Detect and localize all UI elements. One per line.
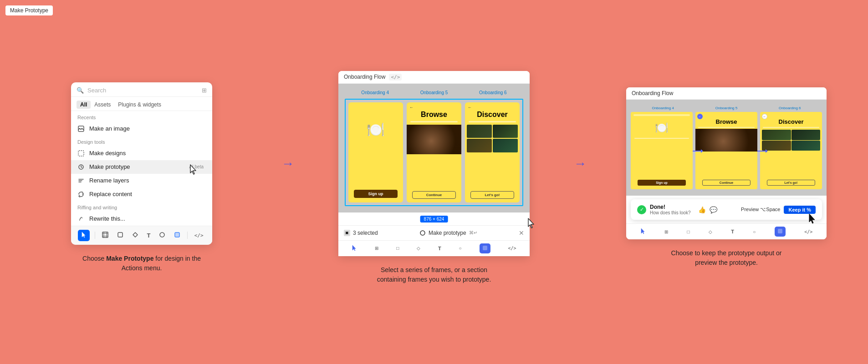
make-designs-label: Make designs <box>89 150 126 157</box>
close-btn[interactable]: ✕ <box>519 229 524 237</box>
pen-tool[interactable] <box>130 230 140 241</box>
make-image-label: Make an image <box>89 125 130 132</box>
expand-icon[interactable]: ⊞ <box>202 87 207 94</box>
thumbsup-icon[interactable]: 👍 <box>698 206 706 213</box>
item-rewrite[interactable]: Rewrite this... <box>71 212 212 226</box>
result-frame5-label: Onboarding 5 <box>696 106 756 110</box>
frame5-label: Onboarding 5 <box>406 90 461 95</box>
frame-tool[interactable] <box>100 230 110 241</box>
highlight-tool-2[interactable] <box>480 243 490 253</box>
frame4-label: Onboarding 4 <box>347 90 403 95</box>
frame6-label: Onboarding 6 <box>465 90 521 95</box>
ellipse-tool[interactable] <box>157 230 167 241</box>
svg-rect-10 <box>778 229 782 233</box>
mini-signup-button[interactable]: Sign up <box>638 180 686 186</box>
frame-tool-2[interactable]: ⊞ <box>375 246 378 251</box>
search-row: 🔍 Search ⊞ <box>71 82 212 97</box>
code-icon[interactable]: </> <box>389 74 402 81</box>
result-pen-tool[interactable]: ◇ <box>709 229 712 234</box>
arrow-2: → <box>567 157 594 171</box>
actions-toolbar: T </> <box>71 226 212 245</box>
frame-onboarding5: ← Browse Continue <box>407 102 461 202</box>
result-code-tool[interactable]: </> <box>804 229 812 234</box>
mini-back-btn: ← <box>697 114 703 119</box>
proto-action-icon <box>419 230 426 236</box>
result-canvas: Onboarding 4 Onboarding 5 Onboarding 6 🍽… <box>626 100 827 196</box>
code-tool[interactable]: </> <box>193 231 205 240</box>
code-tool-2[interactable]: </> <box>508 246 516 251</box>
result-cursor-tool[interactable] <box>640 228 646 235</box>
svg-rect-3 <box>102 232 108 238</box>
result-ellipse-tool[interactable]: ○ <box>753 229 756 234</box>
cursor-tool[interactable] <box>78 230 90 241</box>
item-make-designs[interactable]: Make designs <box>71 147 212 160</box>
bottom-action-bar: ▣ 3 selected Make prototype ⌘↵ ✕ <box>338 225 530 240</box>
tab-all[interactable]: All <box>77 101 91 109</box>
arrow-1: → <box>274 157 301 171</box>
done-check-icon: ✓ <box>637 205 646 214</box>
result-toolbar: ⊞ □ ◇ T ○ </> <box>626 223 827 239</box>
mini-continue-button[interactable]: Continue <box>702 180 751 186</box>
selection-icon: ▣ <box>344 230 350 236</box>
item-make-prototype[interactable]: Make prototype AI beta <box>71 160 212 174</box>
item-rename-layers[interactable]: Rename layers <box>71 174 212 187</box>
result-shape-tool[interactable]: □ <box>687 229 689 234</box>
shape-tool-2[interactable]: □ <box>396 246 399 251</box>
item-replace-content[interactable]: Replace content <box>71 187 212 201</box>
continue-button[interactable]: Continue <box>412 191 456 199</box>
signup-button[interactable]: Sign up <box>354 190 398 198</box>
figma-panel: Onboarding Flow </> Onboarding 4 Onboard… <box>338 71 530 256</box>
result-frame6-label: Onboarding 6 <box>760 106 820 110</box>
ellipse-tool-2[interactable]: ○ <box>459 246 462 251</box>
column-1: 🔍 Search ⊞ All Assets Plugins & widgets … <box>9 82 274 273</box>
search-input[interactable]: Search <box>87 87 198 94</box>
size-badge: 876 × 624 <box>420 216 448 222</box>
result-frame-tool[interactable]: ⊞ <box>664 229 668 234</box>
column-3: Onboarding Flow Onboarding 4 Onboarding … <box>594 87 859 268</box>
cursor-tool-2[interactable] <box>352 245 357 252</box>
mini-frame-4-wrap: 🍽️ Sign up <box>631 112 693 189</box>
comment-icon[interactable]: 💬 <box>710 206 717 213</box>
rename-layers-label: Rename layers <box>89 177 129 184</box>
pen-tool-2[interactable]: ◇ <box>417 246 420 251</box>
svg-rect-6 <box>175 233 179 237</box>
ai-badge: AI beta <box>187 164 206 170</box>
rename-icon <box>77 177 85 184</box>
result-panel: Onboarding Flow Onboarding 4 Onboarding … <box>626 87 827 239</box>
make-prototype-label: Make prototype <box>89 163 130 170</box>
svg-rect-1 <box>78 151 84 156</box>
text-tool[interactable]: T <box>145 230 152 241</box>
section-riffing: Riffing and writing <box>71 201 212 212</box>
mini-frame-5: ← Browse Continue <box>695 112 757 189</box>
figma-canvas: Onboarding 4 Onboarding 5 Onboarding 6 🍽… <box>338 84 530 212</box>
replace-content-label: Replace content <box>89 191 132 197</box>
preview-button[interactable]: Preview ⌥Space <box>741 207 780 212</box>
mini-letsgo-button[interactable]: Let's go! <box>767 180 815 186</box>
tab-assets[interactable]: Assets <box>91 101 114 109</box>
figma-tab-label: Onboarding Flow <box>344 74 385 80</box>
tab-plugins[interactable]: Plugins & widgets <box>114 101 165 109</box>
selection-info: ▣ 3 selected <box>344 230 378 236</box>
done-text: Done! How does this look? <box>650 204 691 215</box>
svg-point-5 <box>160 233 164 237</box>
done-notification: ✓ Done! How does this look? 👍 💬 Preview … <box>631 199 822 220</box>
frame-onboarding4: 🍽️ Sign up <box>348 102 403 202</box>
result-highlight-tool[interactable] <box>775 227 786 237</box>
item-make-image[interactable]: Make an image <box>71 122 212 136</box>
result-tab-label: Onboarding Flow <box>632 90 673 96</box>
letsgo-button[interactable]: Let's go! <box>470 191 514 199</box>
actions-panel: 🔍 Search ⊞ All Assets Plugins & widgets … <box>71 82 212 245</box>
highlight-tool[interactable] <box>172 230 182 241</box>
shape-tool[interactable] <box>115 230 125 241</box>
keep-button[interactable]: Keep it % <box>784 206 816 214</box>
rewrite-icon <box>77 215 85 222</box>
frame-onboarding6: ← Discover Let's go! <box>465 102 520 202</box>
rewrite-label: Rewrite this... <box>89 215 125 222</box>
make-prototype-action[interactable]: Make prototype ⌘↵ <box>419 230 477 236</box>
make-prototype-btn-label: Make prototype <box>429 230 466 236</box>
column-2: Onboarding Flow </> Onboarding 4 Onboard… <box>301 71 567 284</box>
done-subtitle: How does this look? <box>650 210 691 215</box>
result-text-tool[interactable]: T <box>731 229 734 234</box>
text-tool-2[interactable]: T <box>438 246 441 251</box>
result-topbar: Onboarding Flow <box>626 87 827 100</box>
